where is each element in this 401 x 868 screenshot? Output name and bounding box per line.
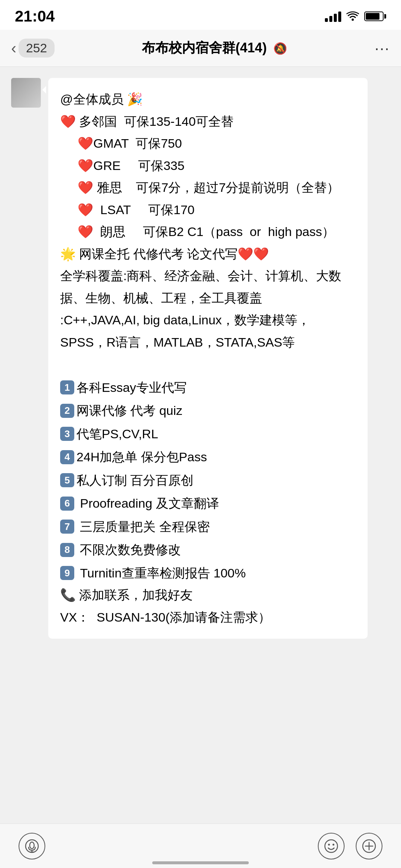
home-indicator: [152, 861, 249, 864]
nav-bar: ‹ 252 布布校内宿舍群(414) 🔕 ···: [0, 30, 401, 67]
voice-button[interactable]: [19, 833, 45, 859]
back-chevron-icon: ‹: [11, 40, 16, 56]
plus-icon: [362, 839, 376, 854]
status-icons: [325, 11, 386, 22]
mute-icon: 🔕: [273, 42, 287, 55]
emoji-button[interactable]: [318, 833, 345, 859]
message-content: @全体成员 🎉 ❤️ 多邻国 可保135-140可全替 ❤️GMAT 可保750…: [60, 88, 356, 628]
wifi-icon: [346, 11, 359, 22]
emoji-icon: [324, 839, 339, 854]
voice-icon: [25, 839, 39, 853]
status-time: 21:04: [15, 7, 55, 25]
message-bubble: @全体成员 🎉 ❤️ 多邻国 可保135-140可全替 ❤️GMAT 可保750…: [48, 78, 368, 639]
chat-title: 布布校内宿舍群(414) 🔕: [55, 39, 375, 57]
svg-point-5: [325, 840, 338, 852]
svg-point-7: [333, 844, 335, 845]
message-row: @全体成员 🎉 ❤️ 多邻国 可保135-140可全替 ❤️GMAT 可保750…: [0, 74, 401, 642]
svg-point-2: [30, 842, 34, 849]
status-bar: 21:04: [0, 0, 401, 30]
svg-point-6: [328, 844, 330, 845]
more-button[interactable]: ···: [375, 39, 390, 57]
plus-button[interactable]: [356, 833, 382, 859]
avatar: [11, 78, 41, 108]
signal-icon: [325, 11, 341, 22]
toolbar-right: [318, 833, 382, 859]
battery-icon: [364, 12, 386, 21]
svg-point-0: [352, 19, 354, 21]
unread-badge: 252: [19, 39, 55, 58]
back-button[interactable]: ‹ 252: [11, 39, 55, 58]
chat-area: @全体成员 🎉 ❤️ 多邻国 可保135-140可全替 ❤️GMAT 可保750…: [0, 67, 401, 823]
